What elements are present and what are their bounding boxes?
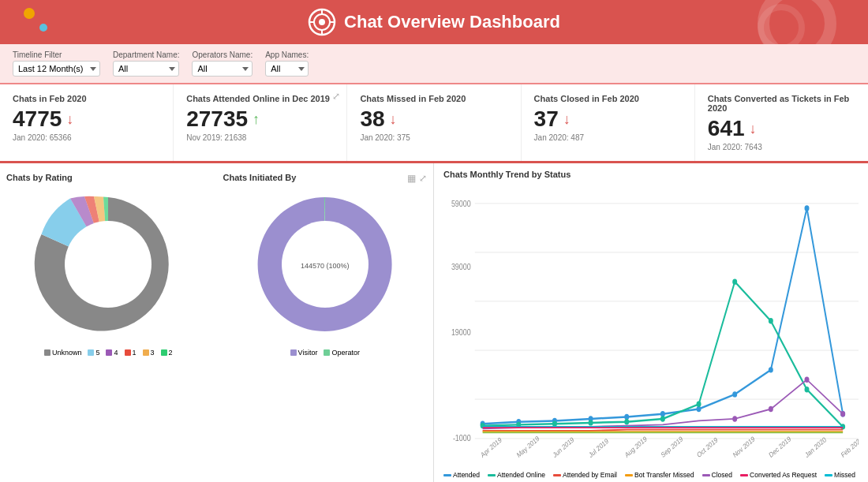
kpi-value-0: 4775 ↓: [13, 106, 160, 132]
expand-icon-1[interactable]: ⤢: [332, 91, 340, 102]
kpi-card-4: Chats Converted as Tickets in Feb 2020 6…: [695, 84, 868, 161]
app-filter-group: App Names: All: [265, 50, 309, 77]
department-filter-label: Department Name:: [113, 50, 179, 59]
svg-text:-1000: -1000: [453, 434, 471, 443]
legend-item-visitor: Visitor: [290, 349, 318, 357]
legend-item-4: 4: [106, 349, 118, 357]
svg-text:39000: 39000: [451, 262, 471, 271]
legend-label-attended-online: Attended Online: [497, 471, 545, 479]
chats-by-rating-container: Chats by Rating: [0, 170, 217, 482]
kpi-arrow-1: ↑: [253, 111, 260, 128]
legend-label-converted: Converted As Request: [750, 471, 817, 479]
svg-point-49: [769, 318, 773, 323]
kpi-prev-0: Jan 2020: 65366: [13, 133, 160, 142]
header-logo: Chat Overview Dashboard: [308, 8, 560, 36]
filters-bar: Timeline Filter Last 12 Month(s) Last 6 …: [0, 44, 868, 84]
chart-icons-initiated: ▦ ⤢: [407, 173, 427, 184]
chats-initiated-by-title: Chats Initiated By: [223, 173, 297, 182]
kpi-arrow-0: ↓: [66, 111, 73, 128]
kpi-title-0: Chats in Feb 2020: [13, 94, 160, 103]
operators-filter-select[interactable]: All: [192, 61, 253, 77]
legend-label-5: 5: [95, 349, 99, 357]
kpi-row: Chats in Feb 2020 4775 ↓ Jan 2020: 65366…: [0, 84, 868, 163]
right-panel: Chats Monthly Trend by Status 59000 3900…: [434, 163, 868, 482]
kpi-card-0: Chats in Feb 2020 4775 ↓ Jan 2020: 65366: [0, 84, 174, 161]
svg-point-44: [589, 420, 593, 425]
kpi-title-3: Chats Closed in Feb 2020: [534, 94, 682, 103]
legend-item-2: 2: [161, 349, 173, 357]
chats-by-rating-title: Chats by Rating: [6, 173, 73, 182]
legend-closed: Closed: [702, 471, 732, 479]
kpi-title-1: Chats Attended Online in Dec 2019: [186, 94, 334, 103]
legend-label-attended-email: Attended by Email: [563, 471, 617, 479]
svg-point-50: [805, 387, 810, 392]
legend-dot-visitor: [290, 349, 297, 356]
legend-dot-unknown: [44, 349, 51, 356]
kpi-arrow-3: ↓: [563, 111, 571, 128]
kpi-prev-1: Nov 2019: 21638: [186, 133, 334, 142]
legend-dot-operator: [324, 349, 330, 356]
kpi-card-2: Chats Missed in Feb 2020 38 ↓ Jan 2020: …: [347, 84, 521, 161]
svg-point-46: [660, 416, 665, 421]
legend-label-unknown: Unknown: [52, 349, 82, 357]
legend-attended: Attended: [443, 471, 480, 479]
legend-label-closed: Closed: [712, 471, 732, 479]
legend-item-unknown: Unknown: [44, 349, 82, 357]
svg-point-37: [732, 391, 737, 397]
kpi-prev-4: Jan 2020: 7643: [708, 143, 855, 151]
svg-point-43: [552, 420, 557, 426]
kpi-card-1: ⤢ Chats Attended Online in Dec 2019 2773…: [174, 84, 347, 161]
legend-dot-4: [106, 349, 112, 356]
legend-bot-transfer: Bot Transfer Missed: [625, 471, 694, 479]
department-filter-select[interactable]: All: [113, 61, 179, 77]
legend-dot-attended: [443, 474, 451, 476]
chats-initiated-legend: Visitor Operator: [290, 349, 360, 357]
bar-chart-icon[interactable]: ▦: [407, 173, 416, 184]
legend-item-5: 5: [88, 349, 99, 357]
kpi-value-2: 38 ↓: [360, 106, 507, 132]
timeline-filter-select[interactable]: Last 12 Month(s) Last 6 Month(s) Last 3 …: [13, 61, 100, 77]
kpi-title-2: Chats Missed in Feb 2020: [360, 94, 507, 103]
svg-text:Jul 2019: Jul 2019: [588, 436, 610, 459]
header: Chat Overview Dashboard: [0, 0, 868, 44]
svg-point-54: [805, 377, 810, 383]
legend-attended-email: Attended by Email: [553, 471, 617, 479]
kpi-value-4: 641 ↓: [708, 116, 855, 141]
header-decoration-dot1: [24, 8, 35, 19]
chats-by-rating-legend: Unknown 5 4 1: [44, 349, 173, 357]
operators-filter-label: Operators Name:: [192, 50, 253, 59]
kpi-value-1: 27735 ↑: [186, 106, 334, 132]
legend-dot-missed: [825, 474, 832, 476]
legend-converted: Converted As Request: [740, 471, 817, 479]
legend-label-4: 4: [114, 349, 118, 357]
department-filter-group: Department Name: All: [113, 50, 179, 77]
left-panel: Chats by Rating: [0, 163, 434, 482]
svg-point-47: [697, 402, 702, 407]
legend-label-missed: Missed: [834, 471, 855, 479]
chats-by-rating-svg: [29, 185, 187, 343]
svg-point-48: [732, 278, 737, 284]
svg-point-38: [769, 367, 773, 372]
line-chart-svg: 59000 39000 19000 -1000 Apr 2019 May 201…: [443, 184, 859, 468]
kpi-arrow-4: ↓: [750, 121, 757, 137]
svg-point-2: [319, 19, 325, 25]
chats-initiated-donut-wrap: 144570 (100%): [246, 185, 404, 346]
legend-dot-attended-online: [488, 474, 496, 476]
expand-chart-icon[interactable]: ⤢: [419, 173, 427, 184]
app-filter-label: App Names:: [265, 50, 309, 59]
legend-dot-bot-transfer: [625, 474, 633, 476]
header-bg-circle2: [758, 4, 805, 44]
kpi-arrow-2: ↓: [390, 111, 397, 128]
legend-attended-online: Attended Online: [488, 471, 545, 479]
timeline-filter-group: Timeline Filter Last 12 Month(s) Last 6 …: [13, 50, 100, 77]
legend-label-1: 1: [133, 349, 137, 357]
operators-filter-group: Operators Name: All: [192, 50, 253, 77]
monthly-trend-title: Chats Monthly Trend by Status: [443, 170, 859, 179]
legend-dot-5: [88, 349, 94, 356]
legend-label-3: 3: [151, 349, 155, 357]
svg-text:May 2019: May 2019: [515, 434, 541, 460]
legend-label-operator: Operator: [331, 349, 360, 357]
svg-point-45: [624, 419, 629, 424]
app-filter-select[interactable]: All: [265, 61, 309, 77]
chats-initiated-by-container: Chats Initiated By ▦ ⤢ 144570: [217, 170, 434, 482]
